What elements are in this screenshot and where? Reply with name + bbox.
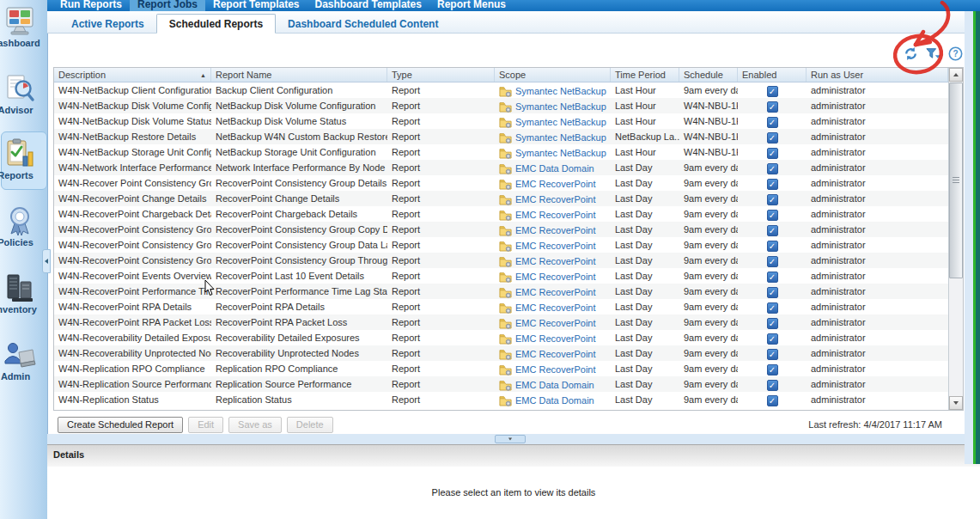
scope-link[interactable]: EMC RecoverPoint [515,349,596,359]
column-header-scope[interactable]: Scope [495,68,611,82]
sidebar-item-dashboard[interactable]: Dashboard [0,5,47,48]
enabled-checkbox[interactable]: ✓ [767,287,778,298]
column-header-run-as-user[interactable]: Run as User [807,68,948,82]
scope-link[interactable]: EMC RecoverPoint [515,241,596,251]
enabled-checkbox[interactable]: ✓ [767,86,778,97]
table-row[interactable]: W4N-RecoverPoint RPA Packet LossRecoverP… [54,314,948,330]
enabled-checkbox[interactable]: ✓ [767,179,778,190]
top-tab-report-menus[interactable]: Report Menus [429,0,514,11]
table-row[interactable]: W4N-RecoverPoint Chargeback DetailsRecov… [54,206,948,222]
column-header-report-name[interactable]: Report Name [211,68,387,82]
column-header-enabled[interactable]: Enabled [738,68,807,82]
sidebar-item-policies[interactable]: Policies [0,205,47,247]
enabled-checkbox[interactable]: ✓ [767,256,778,267]
scope-link[interactable]: EMC Data Domain [515,395,594,406]
scope-link[interactable]: Symantec NetBackup [515,101,606,112]
splitter-collapse-handle[interactable] [495,435,526,443]
table-row[interactable]: W4N-RecoverPoint Consistency Group Thr..… [54,253,948,268]
sidebar-item-advisor[interactable]: Advisor [0,72,47,115]
table-row[interactable]: W4N-RecoverPoint Consistency Group Dat..… [54,237,948,253]
enabled-checkbox[interactable]: ✓ [767,272,778,283]
table-row[interactable]: W4N-RecoverPoint Events Overview reportR… [54,268,948,284]
table-row[interactable]: W4N-NetBackup Client Configuration Repor… [54,82,948,98]
scope-link[interactable]: EMC RecoverPoint [515,210,596,220]
sidebar-item-admin[interactable]: Admin [0,339,47,382]
scope-link[interactable]: EMC RecoverPoint [515,287,596,297]
table-row[interactable]: W4N-Replication RPO ComplianceReplicatio… [54,361,948,376]
enabled-checkbox[interactable]: ✓ [767,132,778,143]
folder-gear-icon [499,318,512,329]
table-row[interactable]: W4N-Network Interface Performance by N..… [54,160,948,175]
enabled-checkbox[interactable]: ✓ [767,302,778,314]
scope-link[interactable]: EMC RecoverPoint [515,194,596,205]
enabled-checkbox[interactable]: ✓ [767,194,778,205]
enabled-checkbox[interactable]: ✓ [767,210,778,221]
scrollbar-up-button[interactable] [949,68,963,82]
scope-link[interactable]: EMC RecoverPoint [515,256,596,266]
scope-link[interactable]: EMC RecoverPoint [515,318,596,328]
top-tab-dashboard-templates[interactable]: Dashboard Templates [307,0,429,11]
table-row[interactable]: W4N-Recoverability Unprotected NodesReco… [54,345,948,361]
table-row[interactable]: W4N-NetBackup Storage Unit Configurati..… [54,144,948,160]
table-row[interactable]: W4N-RecoverPoint Performance Time Lag...… [54,284,948,299]
enabled-checkbox[interactable]: ✓ [767,241,778,252]
top-tab-run-reports[interactable]: Run Reports [52,0,130,11]
enabled-checkbox[interactable]: ✓ [767,163,778,174]
scope-link[interactable]: EMC RecoverPoint [515,272,596,282]
table-row[interactable]: W4N-RecoverPoint Change DetailsRecoverPo… [54,191,948,206]
scrollbar-down-button[interactable] [949,396,963,410]
folder-gear-icon [499,272,512,283]
enabled-checkbox[interactable]: ✓ [767,333,778,345]
enabled-checkbox[interactable]: ✓ [767,225,778,236]
sidebar-item-reports[interactable]: Reports [0,137,47,180]
scope-link[interactable]: Symantec NetBackup [515,86,606,96]
scope-link[interactable]: Symantec NetBackup [515,117,606,127]
enabled-checkbox[interactable]: ✓ [767,117,778,128]
scope-link[interactable]: EMC RecoverPoint [515,225,596,235]
enabled-checkbox[interactable]: ✓ [767,349,778,360]
column-header-type[interactable]: Type [387,68,495,82]
scope-link[interactable]: EMC RecoverPoint [515,302,596,313]
sub-tab-scheduled-reports[interactable]: Scheduled Reports [156,14,276,34]
scrollbar-thumb[interactable] [949,82,963,278]
table-row[interactable]: W4N-NetBackup Disk Volume Configurati...… [54,98,948,113]
scope-link[interactable]: Symantec NetBackup [515,132,606,143]
grid-header-row[interactable]: Description▲Report NameTypeScopeTime Per… [54,68,948,82]
scope-link[interactable]: EMC RecoverPoint [515,179,596,189]
scope-link[interactable]: Symantec NetBackup [515,148,606,158]
sidebar-collapse-handle[interactable] [42,249,51,273]
help-icon[interactable]: ? [948,46,963,61]
cell-scope: Symantec NetBackup [495,82,611,98]
top-tab-report-templates[interactable]: Report Templates [205,0,307,11]
table-row[interactable]: W4N-NetBackup Disk Volume Status ReportN… [54,113,948,129]
table-row[interactable]: W4N-Recoverability Detailed ExposuresRec… [54,330,948,345]
enabled-checkbox[interactable]: ✓ [767,318,778,329]
filter-icon[interactable] [926,46,940,61]
table-row[interactable]: W4N-Replication Source PerformanceReplic… [54,376,948,392]
enabled-checkbox[interactable]: ✓ [767,364,778,376]
column-header-description[interactable]: Description▲ [54,68,211,82]
scope-link[interactable]: EMC RecoverPoint [515,333,596,344]
column-header-time-period[interactable]: Time Period [611,68,679,82]
table-row[interactable]: W4N-Replication StatusReplication Status… [54,392,948,407]
enabled-checkbox[interactable]: ✓ [767,148,778,159]
top-tab-report-jobs[interactable]: Report Jobs [130,0,205,11]
scope-link[interactable]: EMC Data Domain [515,380,594,390]
enabled-checkbox[interactable]: ✓ [767,395,778,406]
column-header-schedule[interactable]: Schedule [679,68,738,82]
table-row[interactable]: W4N-RecoverPoint Consistency Group Co...… [54,222,948,237]
vertical-scrollbar[interactable] [948,68,963,410]
table-row[interactable]: W4N-Recover Point Consistency Group De..… [54,175,948,191]
cell-scope: EMC Data Domain [495,160,611,175]
table-row[interactable]: W4N-NetBackup Restore DetailsNetBackup W… [54,129,948,144]
table-row[interactable]: W4N-RecoverPoint RPA DetailsRecoverPoint… [54,299,948,314]
scope-link[interactable]: EMC Data Domain [515,163,594,174]
enabled-checkbox[interactable]: ✓ [767,380,778,391]
create-scheduled-report-button[interactable]: Create Scheduled Report [58,417,183,433]
sub-tab-active-reports[interactable]: Active Reports [59,15,156,33]
scope-link[interactable]: EMC RecoverPoint [515,364,596,375]
sub-tab-dashboard-scheduled-content[interactable]: Dashboard Scheduled Content [276,15,450,33]
sidebar-item-inventory[interactable]: Inventory [0,272,47,314]
refresh-icon[interactable] [904,46,918,61]
enabled-checkbox[interactable]: ✓ [767,101,778,113]
